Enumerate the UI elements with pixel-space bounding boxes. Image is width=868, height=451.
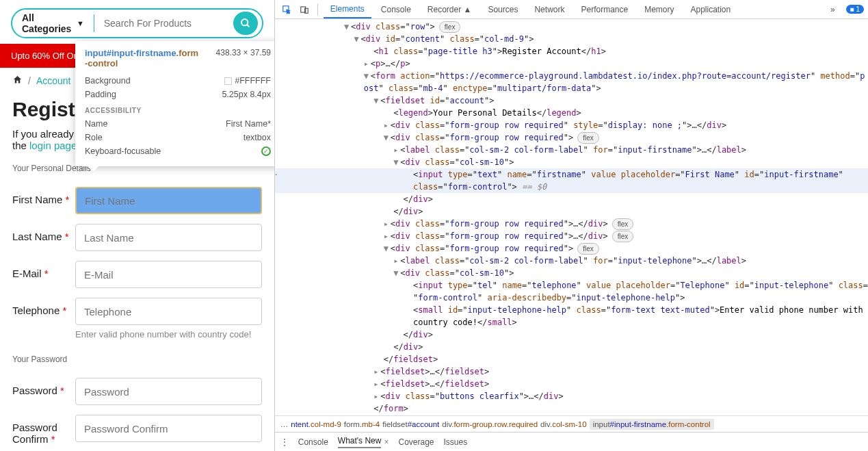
app-root: All Categories ▼ Upto 60% Off On Laptops… (0, 0, 868, 451)
tabs-overflow[interactable]: » (824, 1, 842, 18)
category-label: All Categories (22, 12, 73, 34)
row-telephone: Telephone * Enter valid phone number wit… (0, 294, 274, 345)
tab-console[interactable]: Console (374, 1, 418, 18)
telephone-field[interactable] (75, 298, 262, 325)
confirm-field[interactable] (75, 415, 262, 442)
tab-sources[interactable]: Sources (481, 1, 525, 18)
email-field[interactable] (75, 261, 262, 288)
close-icon[interactable]: × (384, 437, 389, 447)
drawer-issues[interactable]: Issues (444, 437, 468, 447)
tab-elements[interactable]: Elements (324, 1, 371, 18)
search-button[interactable] (233, 12, 258, 35)
label-telephone: Telephone * (12, 298, 75, 316)
label-lastname: Last Name * (12, 224, 75, 242)
search-bar: All Categories ▼ (11, 8, 263, 38)
label-confirm: Password Confirm * (12, 415, 75, 445)
legend-password: Your Password (0, 345, 274, 374)
drawer-console[interactable]: Console (298, 437, 328, 447)
chevron-down-icon: ▼ (77, 19, 84, 27)
tooltip-dimensions: 438.33 × 37.59 (216, 48, 271, 57)
search-icon (240, 18, 251, 29)
inspector-tooltip: input#input-firstname.form-control 438.3… (75, 41, 275, 166)
label-firstname: First Name * (12, 187, 75, 205)
search-input[interactable] (94, 18, 233, 29)
tab-application[interactable]: Application (684, 1, 738, 18)
devtools-toolbar: Elements Console Recorder ▲ Sources Netw… (275, 0, 868, 19)
devtools: Elements Console Recorder ▲ Sources Netw… (275, 0, 868, 451)
drawer-whatsnew[interactable]: What's New (338, 436, 382, 448)
issues-pill[interactable]: ■ 1 (846, 5, 864, 14)
category-dropdown[interactable]: All Categories ▼ (12, 12, 94, 34)
tooltip-padding: Padding5.25px 8.4px (85, 88, 271, 101)
check-icon: ✓ (261, 146, 271, 156)
row-password: Password * (0, 374, 274, 411)
row-email: E-Mail * (0, 257, 274, 294)
drawer-menu[interactable]: ⋮ (280, 437, 289, 447)
svg-line-1 (247, 25, 249, 27)
devtools-drawer: ⋮ Console What's New× Coverage Issues (275, 432, 868, 451)
tooltip-section: ACCESSIBILITY (85, 101, 271, 117)
tab-performance[interactable]: Performance (574, 1, 635, 18)
password-field[interactable] (75, 378, 262, 405)
crumb-account[interactable]: Account (36, 75, 71, 86)
drawer-coverage[interactable]: Coverage (398, 437, 434, 447)
label-email: E-Mail * (12, 261, 75, 279)
label-password: Password * (12, 378, 75, 396)
devtools-breadcrumbs[interactable]: … ntent.col-md-9 form.mb-4 fieldset#acco… (275, 415, 868, 432)
tooltip-role: Roletextbox (85, 131, 271, 144)
tooltip-name: NameFirst Name* (85, 117, 271, 131)
inspect-icon[interactable] (279, 2, 294, 17)
tab-recorder[interactable]: Recorder ▲ (421, 1, 479, 18)
row-firstname: First Name * (0, 183, 274, 220)
tooltip-bg: Background #FFFFFF (85, 74, 271, 88)
tooltip-focus: Keyboard-focusable✓ (85, 144, 271, 158)
tab-network[interactable]: Network (527, 1, 571, 18)
dom-tree[interactable]: ▼<div class="row">flex ▼<div id="content… (275, 19, 868, 415)
login-link[interactable]: login page (29, 140, 77, 151)
row-confirm: Password Confirm * (0, 411, 274, 450)
device-toggle-icon[interactable] (297, 2, 312, 17)
telephone-help: Enter valid phone number with country co… (75, 325, 262, 339)
row-lastname: Last Name * (0, 220, 274, 257)
firstname-field[interactable] (75, 187, 262, 214)
page-viewport: All Categories ▼ Upto 60% Off On Laptops… (0, 0, 275, 451)
lastname-field[interactable] (75, 224, 262, 251)
tab-memory[interactable]: Memory (637, 1, 681, 18)
home-icon[interactable] (12, 75, 23, 87)
crumb-sep: / (28, 75, 31, 86)
svg-point-0 (241, 19, 248, 25)
tooltip-selector: input#input-firstname.form-control (85, 48, 201, 68)
